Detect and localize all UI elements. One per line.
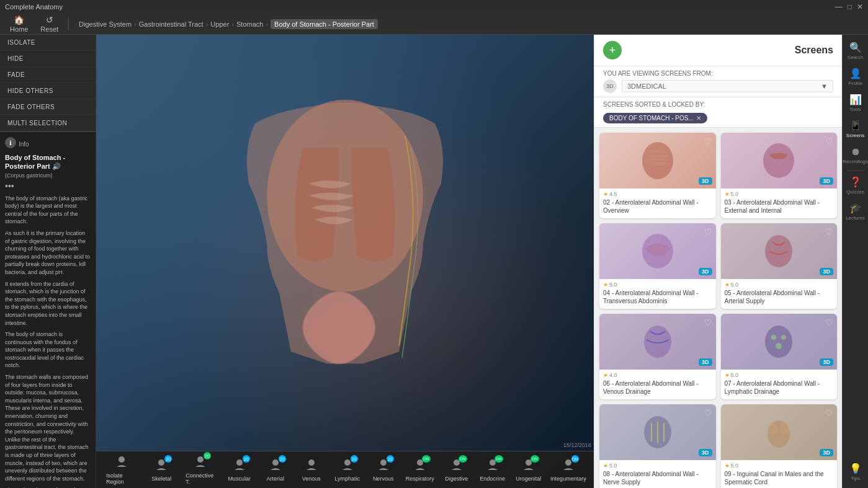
3d-badge-04: 3D: [699, 268, 712, 275]
tools-rail-btn[interactable]: 📊 Tools: [844, 92, 867, 114]
breadcrumb-upper[interactable]: Upper: [210, 20, 229, 28]
home-button[interactable]: 🏠 Home: [5, 12, 33, 35]
close-btn[interactable]: ✕: [857, 2, 863, 11]
screen-card-06[interactable]: ♡ 3D ★ 4.0 06 - Anterolateral Abdominal …: [599, 314, 716, 399]
screen-card-07[interactable]: ♡ 3D ★ 5.0 07 - Anterolateral Abdominal …: [721, 314, 838, 399]
screen-card-02[interactable]: ♡ 3D ★ 4.5 02 - Anterolateral Abdominal …: [599, 133, 716, 218]
connective-btn[interactable]: 20 Connective T.: [182, 452, 218, 487]
screen-thumb-02: ♡ 3D: [599, 133, 716, 189]
lymphatic-btn[interactable]: 20 Lymphatic: [332, 455, 363, 484]
favorite-02-icon[interactable]: ♡: [704, 136, 712, 146]
skeletal-btn[interactable]: 20 Skeletal: [146, 455, 177, 484]
hide-item[interactable]: HIDE: [0, 51, 96, 67]
recordings-rail-btn[interactable]: ⏺ Recordings: [844, 144, 867, 166]
hide-others-item[interactable]: HIDE OTHERS: [0, 83, 96, 99]
endocrine-btn[interactable]: ON Endocrine: [477, 455, 508, 484]
nervous-btn[interactable]: 20 Nervous: [368, 455, 399, 484]
svg-point-26: [765, 235, 792, 267]
breadcrumb-sep4: ›: [266, 20, 268, 28]
endocrine-icon: ON: [486, 458, 499, 474]
urogenital-btn[interactable]: ON Urogenital: [513, 455, 544, 484]
respiratory-icon: ON: [413, 458, 427, 474]
screens-rail-btn[interactable]: 📱 Screens: [844, 118, 867, 140]
rating-value-07: 5.0: [731, 372, 739, 378]
minimize-btn[interactable]: —: [835, 2, 843, 11]
svg-point-27: [644, 326, 671, 358]
screen-card-08[interactable]: ♡ 3D ★ 5.0 08 - Anterolateral Abdominal …: [599, 404, 716, 488]
screen-thumb-08: ♡ 3D: [599, 404, 716, 460]
muscular-btn[interactable]: 20 Muscular: [224, 455, 255, 484]
breadcrumb-stomach[interactable]: Stomach: [236, 20, 263, 28]
source-dropdown[interactable]: 3DMEDICAL ▼: [622, 80, 833, 92]
info-section-label: Info: [19, 141, 29, 148]
reset-button[interactable]: ↺ Reset: [35, 12, 63, 35]
screen-thumb-09: ♡ 3D: [721, 404, 838, 460]
fade-item[interactable]: FADE: [0, 67, 96, 83]
integumentary-badge: ON: [571, 455, 579, 463]
reset-icon: ↺: [46, 15, 53, 25]
isolate-region-btn[interactable]: Isolate Region: [102, 452, 141, 487]
fade-others-item[interactable]: FADE OTHERS: [0, 99, 96, 115]
favorite-04-icon[interactable]: ♡: [704, 227, 712, 237]
tips-rail-btn[interactable]: 💡 Tips: [844, 461, 867, 483]
isolate-label: Isolate Region: [106, 472, 137, 485]
search-label: Search: [848, 55, 863, 60]
svg-rect-21: [647, 155, 669, 157]
center-3d-view[interactable]: Isolate Region 20 Skeletal 20 Connective…: [96, 35, 594, 488]
info-icon: ℹ: [5, 137, 16, 148]
audio-icon[interactable]: 🔊: [52, 162, 61, 170]
breadcrumb-gi[interactable]: Gastrointestinal Tract: [139, 20, 204, 28]
breadcrumb-digestive[interactable]: Digestive System: [79, 20, 132, 28]
svg-point-31: [776, 343, 782, 349]
isolate-item[interactable]: ISOLATE: [0, 35, 96, 51]
venous-btn[interactable]: Venous: [296, 455, 327, 484]
filter-tag[interactable]: BODY OF STOMACH - POS... ✕: [603, 113, 707, 123]
breadcrumb-current[interactable]: Body of Stomach - Posterior Part: [271, 19, 378, 29]
filter-clear-icon[interactable]: ✕: [696, 115, 701, 122]
window-controls: — □ ✕: [835, 2, 863, 11]
profile-rail-btn[interactable]: 👤 Profile: [844, 66, 867, 88]
integumentary-btn[interactable]: ON Integumentary: [549, 455, 588, 484]
svg-point-7: [158, 459, 164, 466]
favorite-06-icon[interactable]: ♡: [704, 317, 712, 327]
nav-separator: [68, 18, 69, 30]
more-btn[interactable]: •••: [5, 181, 91, 191]
screens-row-3: ♡ 3D ★ 4.0 06 - Anterolateral Abdominal …: [599, 314, 837, 399]
rating-value-06: 4.0: [609, 372, 617, 378]
quizzes-rail-btn[interactable]: ❓ Quizzes: [844, 174, 867, 197]
favorite-03-icon[interactable]: ♡: [825, 136, 833, 146]
favorite-07-icon[interactable]: ♡: [825, 317, 833, 327]
endocrine-badge: ON: [494, 455, 503, 463]
lymphatic-icon: 20: [341, 458, 354, 474]
3d-badge-09: 3D: [820, 449, 833, 456]
star-icon: ★: [725, 191, 730, 197]
digestive-label: Digestive: [445, 476, 468, 482]
recordings-label: Recordings: [843, 159, 867, 164]
add-screen-button[interactable]: +: [603, 41, 622, 60]
multi-selection-item[interactable]: MULTI SELECTION: [0, 115, 96, 131]
lectures-rail-btn[interactable]: 🎓 Lectures: [844, 200, 867, 223]
urogenital-icon: ON: [522, 458, 535, 474]
screens-row-1: ♡ 3D ★ 4.5 02 - Anterolateral Abdominal …: [599, 133, 837, 218]
star-icon: ★: [725, 282, 730, 288]
favorite-09-icon[interactable]: ♡: [825, 408, 833, 418]
screen-card-04[interactable]: ♡ 3D ★ 5.0 04 - Anterolateral Abdominal …: [599, 223, 716, 309]
respiratory-label: Respiratory: [406, 476, 434, 482]
screen-card-03[interactable]: ♡ 3D ★ 5.0 03 - Anterolateral Abdominal …: [721, 133, 838, 218]
digestive-icon: ON: [450, 458, 463, 474]
maximize-btn[interactable]: □: [848, 2, 852, 11]
screen-card-05[interactable]: ♡ 3D ★ 5.0 05 - Anterolateral Abdominal …: [721, 223, 838, 309]
digestive-btn[interactable]: ON Digestive: [441, 455, 472, 484]
search-rail-btn[interactable]: 🔍 Search: [844, 40, 867, 62]
favorite-05-icon[interactable]: ♡: [825, 227, 833, 237]
screen-card-09[interactable]: ♡ 3D ★ 5.0 09 - Inguinal Canal in Males …: [721, 404, 838, 488]
tools-icon: 📊: [849, 94, 862, 105]
screen-label-04: 04 - Anterolateral Abdominal Wall - Tran…: [599, 288, 716, 309]
rating-02: ★ 4.5: [599, 189, 716, 197]
arterial-btn[interactable]: 20 Arterial: [260, 455, 291, 484]
respiratory-btn[interactable]: ON Respiratory: [404, 455, 436, 484]
screens-grid: ♡ 3D ★ 4.5 02 - Anterolateral Abdominal …: [594, 128, 842, 488]
favorite-08-icon[interactable]: ♡: [704, 408, 712, 418]
rating-06: ★ 4.0: [599, 370, 716, 378]
arterial-badge: 20: [279, 455, 286, 463]
